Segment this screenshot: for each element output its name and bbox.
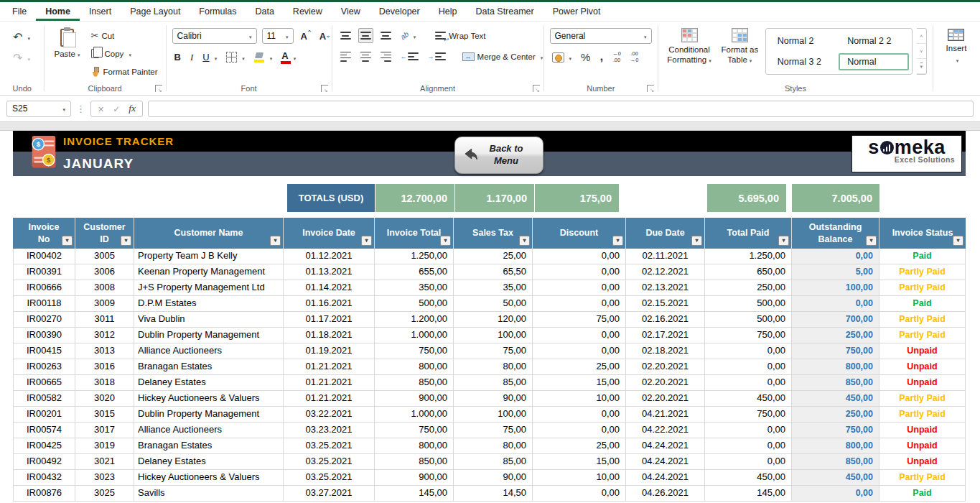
cell-invoice-total[interactable]: 750,00 <box>375 423 454 438</box>
cell-discount[interactable]: 10,00 <box>533 391 626 407</box>
cell-due-date[interactable]: 02.20.2021 <box>626 375 705 391</box>
gallery-expand-icon[interactable] <box>917 59 926 74</box>
redo-button[interactable] <box>11 50 32 65</box>
column-header-total-paid[interactable]: Total Paid <box>705 218 792 249</box>
cell-due-date[interactable]: 02.15.2021 <box>626 296 705 312</box>
cell-total-paid[interactable]: 650,00 <box>705 264 792 280</box>
decrease-decimal-button[interactable]: .00 →0 <box>628 50 641 65</box>
cell-invoice-date[interactable]: 01.21.2021 <box>284 359 375 375</box>
cell-invoice-total[interactable]: 750,00 <box>375 343 454 359</box>
cell-sales-tax[interactable]: 65,50 <box>454 264 533 280</box>
cell-invoice-total[interactable]: 1.200,00 <box>375 312 454 328</box>
cell-due-date[interactable]: 04.22.2021 <box>626 423 705 438</box>
cell-discount[interactable]: 15,00 <box>533 375 626 391</box>
cell-customer-id[interactable]: 3009 <box>75 296 134 312</box>
filter-button-invoice-total[interactable] <box>440 236 451 246</box>
cell-outstanding-balance[interactable]: 750,00 <box>792 423 879 438</box>
cell-sales-tax[interactable]: 35,00 <box>454 280 533 296</box>
cell-outstanding-balance[interactable]: 450,00 <box>792 470 879 486</box>
name-box[interactable]: S25 <box>6 101 71 117</box>
cell-invoice-status[interactable]: Paid <box>879 296 966 312</box>
cell-customer-name[interactable]: Branagan Estates <box>134 359 284 375</box>
cell-invoice-no[interactable]: IR00201 <box>13 407 75 423</box>
cell-total-paid[interactable]: 450,00 <box>705 470 792 486</box>
filter-button-invoice-date[interactable] <box>361 236 372 246</box>
cell-outstanding-balance[interactable]: 250,00 <box>792 407 879 423</box>
cancel-icon[interactable] <box>98 102 104 115</box>
cell-invoice-status[interactable]: Partly Paid <box>879 280 966 296</box>
cell-invoice-total[interactable]: 800,00 <box>375 359 454 375</box>
cell-invoice-no[interactable]: IR00432 <box>13 470 75 486</box>
cell-invoice-no[interactable]: IR00390 <box>13 328 75 343</box>
cell-invoice-date[interactable]: 01.19.2021 <box>284 343 375 359</box>
cell-invoice-no[interactable]: IR00582 <box>13 391 75 407</box>
cell-total-paid[interactable]: 0,00 <box>705 438 792 454</box>
cell-due-date[interactable]: 02.20.2021 <box>626 359 705 375</box>
cell-invoice-status[interactable]: Partly Paid <box>879 391 966 407</box>
number-format-select[interactable]: General <box>550 28 652 44</box>
cell-customer-id[interactable]: 3008 <box>75 280 134 296</box>
undo-button[interactable] <box>11 29 32 45</box>
cell-invoice-total[interactable]: 145,00 <box>375 486 454 502</box>
cell-invoice-total[interactable]: 500,00 <box>375 296 454 312</box>
cell-due-date[interactable]: 04.24.2021 <box>626 470 705 486</box>
cell-outstanding-balance[interactable]: 700,00 <box>792 312 879 328</box>
ribbon-tab-data-streamer[interactable]: Data Streamer <box>466 2 543 21</box>
conditional-formatting-button[interactable]: Conditional Formatting <box>664 25 714 65</box>
cell-sales-tax[interactable]: 75,00 <box>454 343 533 359</box>
cell-sales-tax[interactable]: 90,00 <box>454 470 533 486</box>
cell-invoice-date[interactable]: 01.13.2021 <box>284 264 375 280</box>
cell-invoice-date[interactable]: 03.25.2021 <box>284 470 375 486</box>
align-center-button[interactable] <box>358 49 373 64</box>
filter-button-outstanding-balance[interactable] <box>866 236 877 246</box>
ribbon-tab-insert[interactable]: Insert <box>80 2 121 21</box>
ribbon-tab-formulas[interactable]: Formulas <box>190 2 246 21</box>
cell-customer-name[interactable]: Dublin Property Management <box>134 328 284 343</box>
cell-invoice-total[interactable]: 800,00 <box>375 438 454 454</box>
cell-invoice-no[interactable]: IR00118 <box>13 296 75 312</box>
cell-invoice-date[interactable]: 01.12.2021 <box>284 249 375 264</box>
cell-customer-name[interactable]: Hickey Auctioneers & Valuers <box>134 391 284 407</box>
cell-customer-id[interactable]: 3013 <box>75 343 134 359</box>
cell-outstanding-balance[interactable]: 0,00 <box>792 249 879 264</box>
cell-invoice-total[interactable]: 1.250,00 <box>375 249 454 264</box>
cell-sales-tax[interactable]: 25,00 <box>454 249 533 264</box>
cell-invoice-no[interactable]: IR00425 <box>13 438 75 454</box>
cell-invoice-total[interactable]: 900,00 <box>375 391 454 407</box>
cell-invoice-status[interactable]: Unpaid <box>879 375 966 391</box>
cell-outstanding-balance[interactable]: 850,00 <box>792 454 879 470</box>
cell-due-date[interactable]: 04.24.2021 <box>626 454 705 470</box>
cell-invoice-date[interactable]: 01.21.2021 <box>284 375 375 391</box>
cell-invoice-status[interactable]: Partly Paid <box>879 407 966 423</box>
filter-button-sales-tax[interactable] <box>519 236 530 246</box>
column-header-outstanding-balance[interactable]: Outstanding Balance <box>792 218 879 249</box>
cell-outstanding-balance[interactable]: 0,00 <box>792 296 879 312</box>
cell-sales-tax[interactable]: 85,00 <box>454 375 533 391</box>
cell-invoice-status[interactable]: Paid <box>879 486 966 502</box>
ribbon-tab-page-layout[interactable]: Page Layout <box>121 2 190 21</box>
cell-invoice-no[interactable]: IR00666 <box>13 280 75 296</box>
cell-due-date[interactable]: 02.18.2021 <box>626 343 705 359</box>
cell-customer-name[interactable]: Branagan Estates <box>134 438 284 454</box>
align-left-button[interactable] <box>338 49 353 64</box>
cell-discount[interactable]: 0,00 <box>533 343 626 359</box>
cell-invoice-date[interactable]: 03.23.2021 <box>284 423 375 438</box>
filter-button-discount[interactable] <box>612 236 623 246</box>
filter-button-customer-id[interactable] <box>121 236 131 246</box>
cell-style-normal-2[interactable]: Normal 2 <box>769 32 839 50</box>
cell-total-paid[interactable]: 500,00 <box>705 312 792 328</box>
font-size-select[interactable]: 11 <box>262 28 294 44</box>
cell-discount[interactable]: 15,00 <box>533 454 626 470</box>
enter-icon[interactable] <box>113 102 120 115</box>
filter-button-invoice-status[interactable] <box>953 236 963 246</box>
cell-customer-name[interactable]: Hickey Auctioneers & Valuers <box>134 470 284 486</box>
cell-due-date[interactable]: 04.24.2021 <box>626 438 705 454</box>
cell-customer-id[interactable]: 3006 <box>75 264 134 280</box>
cell-total-paid[interactable]: 145,00 <box>705 486 792 502</box>
cell-discount[interactable]: 25,00 <box>533 359 626 375</box>
cell-sales-tax[interactable]: 80,00 <box>454 359 533 375</box>
cell-customer-id[interactable]: 3021 <box>75 454 134 470</box>
cell-total-paid[interactable]: 1.250,00 <box>705 249 792 264</box>
cell-customer-id[interactable]: 3019 <box>75 438 134 454</box>
ribbon-tab-data[interactable]: Data <box>246 2 283 21</box>
